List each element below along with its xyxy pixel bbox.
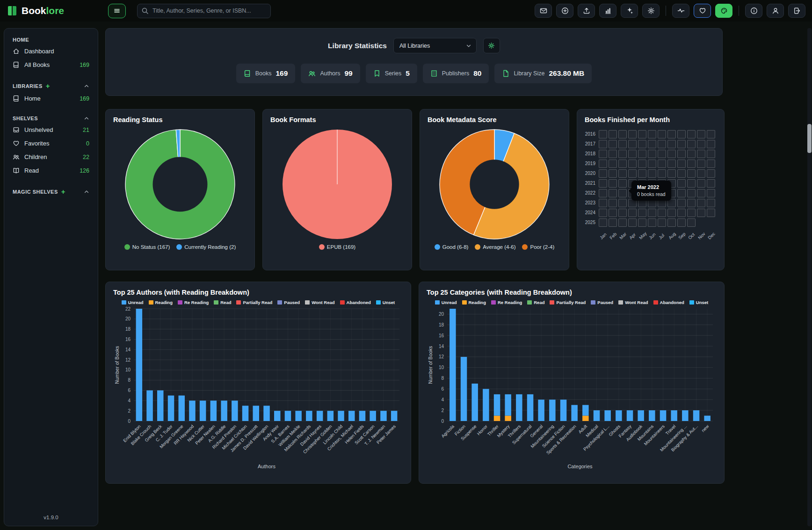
- heatmap-cell[interactable]: [618, 160, 627, 168]
- bar-segment[interactable]: [391, 411, 398, 421]
- heatmap-cell[interactable]: [618, 179, 627, 188]
- heatmap-cell[interactable]: [599, 218, 607, 227]
- app-logo[interactable]: Booklore: [7, 5, 64, 16]
- heatmap-cell[interactable]: [677, 179, 686, 188]
- legend-item[interactable]: EPUB (169): [319, 244, 355, 250]
- heatmap-cell[interactable]: [599, 209, 607, 217]
- legend-item[interactable]: Re Reading: [491, 300, 522, 305]
- sidebar-item-unshelved[interactable]: Unshelved 21: [9, 123, 93, 137]
- heatmap-cell[interactable]: [628, 209, 637, 217]
- bar-segment[interactable]: [327, 411, 334, 421]
- legend-item[interactable]: Poor (2-4): [522, 244, 554, 250]
- account-button[interactable]: [767, 4, 784, 18]
- heatmap-cell[interactable]: [648, 160, 656, 168]
- add-magic-shelf-button[interactable]: +: [61, 188, 65, 196]
- bar-segment[interactable]: [505, 394, 511, 416]
- heatmap-cell[interactable]: [609, 140, 617, 148]
- scrollbar-thumb[interactable]: [807, 124, 812, 153]
- bar-segment[interactable]: [285, 411, 291, 421]
- sidebar-item-all-books[interactable]: All Books 169: [9, 58, 93, 72]
- heatmap-cell[interactable]: [687, 218, 696, 227]
- theme-button[interactable]: [715, 4, 732, 18]
- activity-button[interactable]: [672, 4, 689, 18]
- legend-item[interactable]: Partially Read: [236, 300, 272, 305]
- heatmap-cell[interactable]: [609, 130, 617, 138]
- heatmap-cell[interactable]: [707, 160, 715, 168]
- heatmap-cell[interactable]: [628, 169, 637, 178]
- heatmap-cell[interactable]: [667, 130, 676, 138]
- legend-item[interactable]: Unread: [122, 300, 144, 305]
- heatmap-cell[interactable]: [697, 169, 705, 178]
- legend-item[interactable]: Unset: [689, 300, 708, 305]
- add-library-button[interactable]: +: [46, 82, 50, 90]
- bar-segment[interactable]: [253, 406, 260, 421]
- legend-item[interactable]: No Status (167): [124, 244, 170, 250]
- legend-item[interactable]: Good (6-8): [435, 244, 469, 250]
- sidebar-item-library-home[interactable]: Home 169: [9, 92, 93, 105]
- heatmap-cell[interactable]: [638, 150, 646, 158]
- heatmap-cell[interactable]: [697, 150, 705, 158]
- bar-segment[interactable]: [317, 411, 323, 421]
- heatmap-cell[interactable]: [638, 140, 646, 148]
- mail-button[interactable]: [535, 4, 552, 18]
- heatmap-cell[interactable]: [658, 150, 666, 158]
- bar-segment[interactable]: [189, 400, 196, 421]
- bar-segment[interactable]: [370, 411, 376, 421]
- sidebar-toggle-button[interactable]: [108, 4, 126, 18]
- bar-segment[interactable]: [471, 384, 478, 421]
- bar-segment[interactable]: [200, 400, 206, 421]
- heatmap-cell[interactable]: [648, 209, 656, 217]
- heatmap-cell[interactable]: [599, 130, 607, 138]
- bar-segment[interactable]: [232, 400, 238, 421]
- heatmap-cell[interactable]: [658, 130, 666, 138]
- heatmap-cell[interactable]: [618, 150, 627, 158]
- bar-segment[interactable]: [693, 410, 700, 421]
- heatmap-cell[interactable]: [628, 150, 637, 158]
- bar-segment[interactable]: [671, 410, 677, 421]
- heatmap-cell[interactable]: [677, 160, 686, 168]
- heatmap-cell[interactable]: [648, 169, 656, 178]
- legend-item[interactable]: Unset: [376, 300, 395, 305]
- legend-item[interactable]: Paused: [277, 300, 300, 305]
- heatmap-cell[interactable]: [677, 199, 686, 207]
- heatmap-cell[interactable]: [697, 199, 705, 207]
- legend-item[interactable]: Read: [214, 300, 231, 305]
- add-book-button[interactable]: [556, 4, 573, 18]
- heatmap-cell[interactable]: [667, 209, 676, 217]
- sidebar-item-children[interactable]: Children 22: [9, 150, 93, 164]
- bar-segment[interactable]: [348, 411, 355, 421]
- settings-button[interactable]: [642, 4, 660, 18]
- bar-segment[interactable]: [649, 410, 655, 421]
- bar-segment[interactable]: [136, 309, 143, 421]
- bar-segment[interactable]: [538, 399, 544, 421]
- heatmap-cell[interactable]: [648, 140, 656, 148]
- heatmap-cell[interactable]: [677, 218, 686, 227]
- bar-segment[interactable]: [306, 411, 312, 421]
- legend-item[interactable]: Unread: [435, 300, 457, 305]
- heatmap-cell[interactable]: [599, 189, 607, 197]
- heatmap-cell[interactable]: [599, 150, 607, 158]
- heatmap-cell[interactable]: [618, 140, 627, 148]
- heatmap-cell[interactable]: [707, 169, 715, 178]
- heatmap-cell[interactable]: [687, 209, 696, 217]
- heatmap-cell[interactable]: [648, 218, 656, 227]
- logout-button[interactable]: [788, 4, 805, 18]
- bar-segment[interactable]: [380, 411, 387, 421]
- heatmap-cell[interactable]: [677, 150, 686, 158]
- magic-button[interactable]: [621, 4, 638, 18]
- heatmap-cell[interactable]: [628, 140, 637, 148]
- heatmap-cell[interactable]: [618, 218, 627, 227]
- legend-item[interactable]: Read: [527, 300, 544, 305]
- heatmap-cell[interactable]: [707, 130, 715, 138]
- heatmap-cell[interactable]: [697, 189, 705, 197]
- heatmap-cell[interactable]: [609, 150, 617, 158]
- heatmap-cell[interactable]: [609, 209, 617, 217]
- legend-item[interactable]: Average (4-6): [475, 244, 515, 250]
- heatmap-cell[interactable]: [638, 169, 646, 178]
- bar-segment[interactable]: [627, 410, 633, 421]
- heatmap-cell[interactable]: [697, 179, 705, 188]
- heatmap-cell[interactable]: [667, 150, 676, 158]
- library-filter-select[interactable]: All Libraries: [393, 38, 477, 53]
- heatmap-cell[interactable]: [707, 189, 715, 197]
- legend-item[interactable]: Paused: [591, 300, 613, 305]
